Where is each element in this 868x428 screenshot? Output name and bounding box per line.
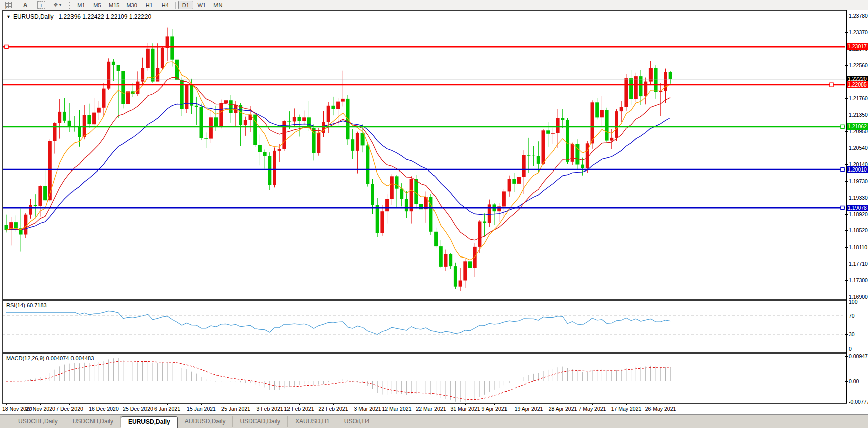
main-chart-panel[interactable]: ▼EURUSD,Daily1.22396 1.22422 1.22109 1.2… [2, 10, 847, 300]
date-tick [661, 404, 661, 405]
top-toolbar: F A T ❖▾ M1M5M15M30H1H4D1W1MN [0, 0, 868, 10]
chevron-down-icon: ▾ [59, 3, 61, 7]
price-axis-tick: 1.21760 [849, 95, 868, 101]
trading-terminal: { "toolbar": { "tools": [ {"name": "char… [0, 0, 868, 428]
price-axis-tick: 1.18520 [849, 227, 868, 233]
date-label: 17 May 2021 [611, 406, 642, 412]
price-axis-tick: 1.21350 [849, 112, 868, 118]
text-box-tool[interactable]: T [34, 1, 49, 9]
date-label: 12 Feb 2021 [284, 406, 314, 412]
date-axis[interactable]: 18 Nov 202027 Nov 20207 Dec 202016 Dec 2… [0, 404, 868, 414]
date-tick [465, 404, 466, 405]
horizontal-level-line[interactable] [3, 45, 845, 49]
chart-tab-usdcnh[interactable]: USDCNH,Daily [65, 416, 121, 427]
timeframe-button-mn[interactable]: MN [210, 1, 226, 9]
date-label: 19 Apr 2021 [515, 406, 543, 412]
rsi-panel[interactable]: RSI(14) 60.7183 [2, 300, 847, 353]
rsi-chart[interactable] [3, 301, 845, 351]
macd-axis-tick: 0.009478 [849, 353, 868, 359]
price-axis-tick: 1.23780 [849, 13, 868, 19]
date-label: 22 Mar 2021 [416, 406, 446, 412]
level-price-label: 1.20010 [847, 166, 868, 173]
date-tick [104, 404, 104, 405]
collapse-arrow-icon[interactable]: ▼ [6, 14, 11, 19]
chart-tab-xauusd[interactable]: XAUUSD,H1 [288, 416, 337, 427]
rsi-axis-tick: 0 [849, 346, 868, 352]
rsi-label: RSI(14) 60.7183 [6, 302, 47, 308]
price-axis-tick: 1.20540 [849, 145, 868, 151]
letter-t-icon: T [37, 1, 45, 9]
date-label: 7 Dec 2020 [56, 406, 83, 412]
price-scale[interactable]: 1.237801.233701.229701.225601.221501.217… [846, 10, 868, 403]
price-axis-tick: 1.18920 [849, 211, 868, 217]
timeframe-button-h4[interactable]: H4 [158, 1, 173, 9]
chart-tab-audusd[interactable]: AUDUSD,Daily [178, 416, 233, 427]
macd-histogram [6, 358, 670, 402]
toolbar-separator [175, 2, 176, 9]
date-label: 15 Jan 2021 [187, 406, 216, 412]
date-label: 22 Feb 2021 [319, 406, 348, 412]
price-axis-tick: 1.19730 [849, 178, 868, 184]
date-label: 25 Jan 2021 [221, 406, 250, 412]
date-label: 25 Dec 2020 [123, 406, 153, 412]
candles-group [5, 28, 672, 291]
timeframe-button-m30[interactable]: M30 [123, 1, 140, 9]
candlestick-chart[interactable] [3, 11, 845, 298]
price-axis-tick: 1.19330 [849, 195, 868, 201]
date-tick [431, 404, 431, 405]
chart-ohlc-quotes: 1.22396 1.22422 1.22109 1.22220 [59, 13, 152, 20]
date-label: 6 Jan 2021 [154, 406, 180, 412]
letter-a-icon: A [23, 2, 28, 9]
level-price-label: 1.22085 [847, 81, 868, 88]
macd-panel[interactable]: MACD(12,26,9) 0.004074 0.004483 [2, 353, 847, 404]
date-tick [368, 404, 368, 405]
rsi-axis-tick: 30 [849, 331, 868, 337]
chart-grid-icon[interactable]: F [1, 1, 17, 9]
rsi-axis-tick: 100 [849, 299, 868, 305]
date-label: 28 Apr 2021 [549, 406, 577, 412]
chart-tab-bar: USDCHF,DailyUSDCNH,DailyEURUSD,DailyAUDU… [0, 414, 868, 428]
horizontal-level-line[interactable] [3, 206, 845, 210]
horizontal-level-line[interactable] [3, 168, 845, 172]
date-tick [167, 404, 168, 405]
date-tick [333, 404, 334, 405]
date-tick [69, 404, 70, 405]
date-tick [236, 404, 236, 405]
toolbar-drag-handle[interactable] [69, 2, 70, 9]
date-tick [270, 404, 270, 405]
date-tick [529, 404, 529, 405]
text-label-tool[interactable]: A [18, 1, 33, 9]
ma-fast-line [6, 62, 670, 260]
price-axis-tick: 1.22560 [849, 62, 868, 68]
level-price-label: 1.19078 [847, 205, 868, 211]
date-label: 7 May 2021 [578, 406, 606, 412]
timeframe-button-m15[interactable]: M15 [106, 1, 122, 9]
date-label: 9 Apr 2021 [482, 406, 508, 412]
date-tick [563, 404, 563, 405]
timeframe-button-d1[interactable]: D1 [178, 1, 193, 9]
chart-tab-usdcad[interactable]: USDCAD,Daily [233, 416, 288, 427]
date-tick [299, 404, 300, 405]
timeframe-button-m5[interactable]: M5 [90, 1, 105, 9]
date-tick [40, 404, 41, 405]
chart-tab-eurusd[interactable]: EURUSD,Daily [121, 416, 178, 428]
date-label: 12 Mar 2021 [382, 406, 412, 412]
date-tick [6, 404, 7, 405]
price-axis-tick: 1.23370 [849, 29, 868, 35]
date-tick [626, 404, 627, 405]
chart-tab-usdchf[interactable]: USDCHF,Daily [11, 416, 65, 427]
date-label: 3 Mar 2021 [354, 406, 381, 412]
timeframe-button-m1[interactable]: M1 [74, 1, 89, 9]
rsi-line [6, 311, 670, 334]
horizontal-level-line[interactable] [3, 83, 845, 87]
timeframe-button-h1[interactable]: H1 [141, 1, 157, 9]
chart-title: ▼EURUSD,Daily1.22396 1.22422 1.22109 1.2… [6, 13, 151, 20]
chart-tab-usoil[interactable]: USOil,H4 [337, 416, 377, 427]
shapes-icon: ❖ [53, 2, 59, 8]
horizontal-level-line[interactable] [3, 125, 845, 128]
macd-chart[interactable] [3, 354, 845, 402]
macd-axis-tick: 0.00 [849, 378, 868, 384]
shapes-tool[interactable]: ❖▾ [50, 1, 65, 9]
timeframe-button-w1[interactable]: W1 [194, 1, 209, 9]
date-label: 27 Nov 2020 [25, 406, 55, 412]
